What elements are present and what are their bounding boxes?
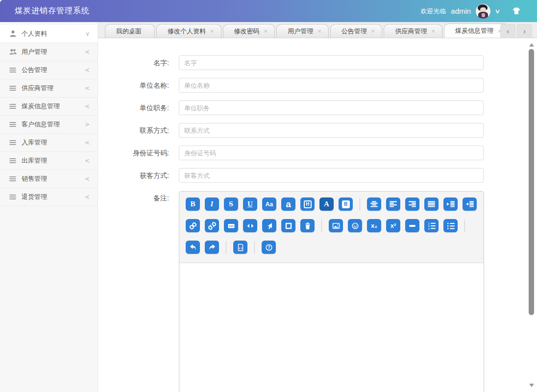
outdent-icon [466, 201, 474, 207]
tab-scroll-right-button[interactable]: › [517, 24, 532, 38]
tab-supplier-management[interactable]: 供应商管理 × [384, 24, 442, 38]
username-text: admin [451, 7, 471, 15]
theme-tshirt-icon[interactable] [512, 7, 521, 16]
background-color-icon: B [342, 200, 350, 208]
app-title: 煤炭进销存管理系统 [0, 6, 90, 16]
subscript-button[interactable]: x₂ [367, 219, 381, 232]
tab-bar: 我的桌面 修改个人资料 × 修改密码 × 用户管理 × 公告管理 × 供应商管理… [98, 22, 537, 38]
align-right-button[interactable] [405, 197, 419, 211]
font-size-icon: a [286, 199, 291, 209]
menu-icon [9, 193, 17, 201]
underline-button[interactable]: U [243, 197, 257, 211]
align-right-icon [409, 201, 416, 207]
keyboard-button[interactable] [224, 219, 238, 232]
code-button[interactable] [243, 219, 257, 232]
frame-button[interactable] [281, 219, 295, 232]
scrollbar-thumb[interactable] [529, 49, 534, 315]
menu-icon [9, 102, 17, 110]
tab-change-password[interactable]: 修改密码 × [223, 24, 275, 38]
align-left-button[interactable] [386, 197, 400, 211]
close-icon[interactable]: × [431, 28, 435, 34]
sidebar-item-users[interactable]: 用户管理 < [0, 43, 98, 61]
tab-scroll-left-button[interactable]: ‹ [500, 24, 515, 38]
chevron-right-icon: › [523, 27, 526, 35]
scrollbar-up-arrow[interactable] [529, 43, 534, 47]
user-menu-chevron-down-icon[interactable]: ∨ [494, 8, 500, 15]
sidebar-item-sales[interactable]: 销售管理 < [0, 170, 98, 188]
users-icon [9, 48, 17, 56]
close-icon[interactable]: × [371, 28, 375, 34]
unlink-button[interactable] [205, 219, 219, 232]
strikethrough-icon: S [229, 200, 233, 208]
scrollbar-down-arrow[interactable] [529, 384, 534, 387]
id-number-input[interactable] [179, 146, 484, 160]
tab-label: 用户管理 [288, 27, 313, 36]
redo-icon [208, 244, 216, 251]
tab-my-desktop[interactable]: 我的桌面 [105, 24, 155, 38]
font-size-button[interactable]: a [281, 197, 295, 211]
sidebar-item-label: 用户管理 [22, 48, 85, 56]
close-icon[interactable]: × [317, 28, 321, 34]
chevron-left-icon: < [85, 49, 90, 55]
sidebar: 个人资料 ∨ 用户管理 < 公告管理 < 供应商管理 < 煤炭信息管理 < [0, 22, 98, 392]
help-button[interactable]: ? [262, 241, 276, 254]
tab-announcement-management[interactable]: 公告管理 × [330, 24, 383, 38]
close-icon[interactable]: × [210, 28, 214, 34]
sidebar-item-label: 煤炭信息管理 [22, 102, 85, 111]
tab-label: 煤炭信息管理 [455, 26, 493, 35]
sidebar-item-profile[interactable]: 个人资料 ∨ [0, 25, 98, 43]
sidebar-item-customer-info[interactable]: 客户信息管理 > [0, 116, 98, 134]
job-title-input[interactable] [179, 100, 484, 115]
image-button[interactable] [329, 219, 343, 232]
help-icon: ? [265, 244, 273, 251]
sidebar-item-coal-info[interactable]: 煤炭信息管理 < [0, 98, 98, 116]
heading-button[interactable]: H [300, 197, 315, 211]
undo-button[interactable] [186, 241, 200, 254]
superscript-button[interactable]: x² [386, 219, 400, 232]
indent-button[interactable] [443, 197, 458, 211]
tab-edit-profile[interactable]: 修改个人资料 × [156, 24, 221, 38]
italic-button[interactable]: I [205, 197, 219, 211]
bold-button[interactable]: B [186, 197, 200, 211]
font-color-button[interactable]: A [319, 197, 334, 211]
sidebar-item-inbound[interactable]: 入库管理 < [0, 134, 98, 152]
sidebar-item-announcements[interactable]: 公告管理 < [0, 61, 98, 79]
note-editor: B I S U Aa a H A B [179, 191, 484, 392]
tab-user-management[interactable]: 用户管理 × [276, 24, 329, 38]
welcome-text: 欢迎光临 [420, 7, 446, 16]
source-code-button[interactable] [233, 241, 247, 254]
outdent-button[interactable] [463, 197, 477, 211]
redo-button[interactable] [205, 241, 219, 254]
tab-label: 修改个人资料 [168, 27, 206, 36]
align-left-icon [390, 201, 397, 207]
cursor-button[interactable] [262, 219, 276, 232]
tab-coal-info-management[interactable]: 煤炭信息管理 × [444, 24, 509, 38]
acquisition-input[interactable] [179, 168, 484, 183]
contact-input[interactable] [179, 123, 484, 138]
chevron-left-icon: < [85, 139, 90, 146]
toolbar-separator [321, 220, 322, 232]
user-avatar[interactable] [476, 4, 490, 19]
strikethrough-button[interactable]: S [224, 197, 238, 211]
sidebar-item-returns[interactable]: 退货管理 < [0, 188, 98, 206]
company-name-input[interactable] [179, 78, 484, 93]
clear-button[interactable] [300, 219, 315, 232]
ordered-list-button[interactable]: 1 2 3 [424, 219, 439, 232]
sidebar-item-label: 入库管理 [22, 138, 85, 147]
editor-text-area[interactable] [179, 263, 484, 392]
font-family-button[interactable]: Aa [262, 197, 276, 211]
name-input[interactable] [179, 55, 484, 70]
horizontal-rule-button[interactable] [405, 219, 419, 232]
emoji-button[interactable] [348, 219, 362, 232]
align-center-button[interactable] [367, 197, 381, 211]
unordered-list-button[interactable] [443, 219, 458, 232]
italic-icon: I [211, 200, 214, 208]
link-button[interactable] [186, 219, 200, 232]
background-color-button[interactable]: B [339, 197, 353, 211]
superscript-icon: x² [391, 222, 396, 229]
align-justify-button[interactable] [424, 197, 439, 211]
sidebar-item-suppliers[interactable]: 供应商管理 < [0, 79, 98, 98]
close-icon[interactable]: × [264, 28, 268, 34]
sidebar-item-outbound[interactable]: 出库管理 < [0, 152, 98, 170]
source-code-icon [237, 244, 244, 251]
